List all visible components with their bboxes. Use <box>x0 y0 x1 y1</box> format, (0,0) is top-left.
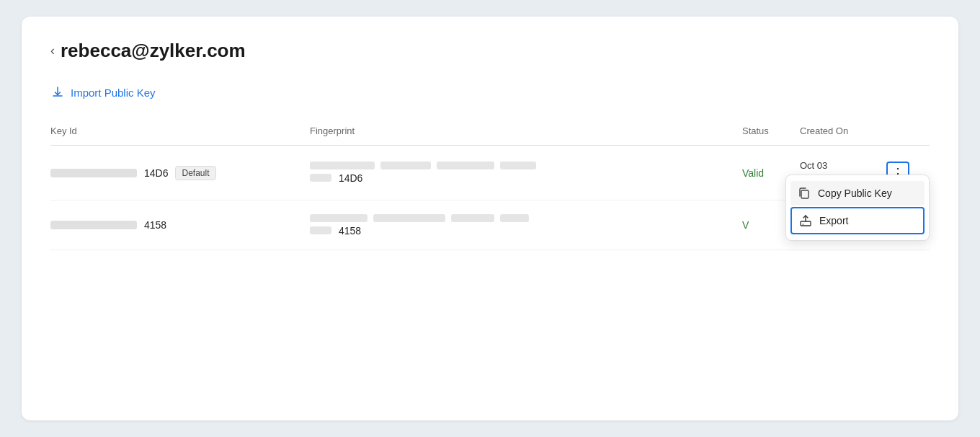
fp-suffix-2: 4158 <box>339 225 361 237</box>
back-nav: ‹ rebecca@zylker.com <box>50 40 930 62</box>
col-header-fingerprint: Fingerprint <box>310 120 742 146</box>
key-id-cell-2: 4158 <box>50 200 310 250</box>
fp2-blurred-3 <box>451 214 494 222</box>
fp2-blurred-5 <box>310 226 331 234</box>
svg-rect-0 <box>801 190 808 198</box>
fp-blurred-5 <box>310 174 331 182</box>
created-on-line1: Oct 03 <box>800 160 827 171</box>
main-card: ‹ rebecca@zylker.com Import Public Key K… <box>22 17 958 420</box>
export-icon <box>799 214 812 227</box>
copy-icon <box>798 187 811 200</box>
back-button[interactable]: ‹ <box>50 43 55 58</box>
page-title: rebecca@zylker.com <box>61 40 246 62</box>
action-dropdown: Copy Public Key Export <box>785 175 930 241</box>
col-header-createdon: Created On <box>800 120 886 146</box>
export-item[interactable]: Export <box>790 207 925 234</box>
fp-blurred-4 <box>500 162 536 169</box>
copy-label: Copy Public Key <box>818 187 892 199</box>
col-header-keyid: Key Id <box>50 120 310 146</box>
fp2-blurred-1 <box>310 214 368 222</box>
action-cell: ⋮ Copy Public Key <box>886 146 930 200</box>
svg-rect-1 <box>801 221 811 226</box>
table-row: 14D6 Default 14D6 <box>50 146 930 200</box>
import-icon <box>50 85 65 100</box>
key-id-blurred-2 <box>50 221 137 229</box>
key-id-suffix-2: 4158 <box>144 219 166 231</box>
key-id-cell: 14D6 Default <box>50 146 310 200</box>
status-valid-2: V <box>742 219 749 231</box>
import-btn-label: Import Public Key <box>71 87 156 99</box>
fp-blurred-2 <box>380 162 431 169</box>
export-label: Export <box>819 215 848 226</box>
key-id-blurred <box>50 169 137 177</box>
fp-blurred-1 <box>310 162 375 169</box>
import-public-key-button[interactable]: Import Public Key <box>50 85 156 100</box>
fingerprint-cell-2: 4158 <box>310 200 742 250</box>
default-badge: Default <box>175 166 215 180</box>
fp2-blurred-4 <box>500 214 529 222</box>
fingerprint-cell: 14D6 <box>310 146 742 200</box>
fp-suffix: 14D6 <box>339 172 362 184</box>
fp2-blurred-2 <box>373 214 445 222</box>
keys-table: Key Id Fingerprint Status Created On 14D… <box>50 120 930 250</box>
status-valid: Valid <box>742 167 764 179</box>
col-header-actions <box>886 120 930 146</box>
fp-blurred-3 <box>437 162 494 169</box>
col-header-status: Status <box>742 120 800 146</box>
key-id-suffix: 14D6 <box>144 167 168 179</box>
copy-public-key-item[interactable]: Copy Public Key <box>790 181 925 206</box>
